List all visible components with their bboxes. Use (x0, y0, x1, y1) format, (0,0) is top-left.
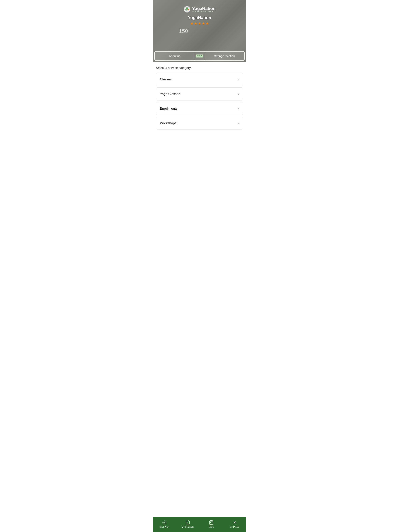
nav-item-my-profile[interactable]: My Profile (223, 519, 246, 529)
star-4: ★ (202, 21, 205, 26)
logo-globe-icon (184, 6, 191, 13)
bottom-nav: Book Now My Schedule Store (153, 517, 246, 532)
calendar-icon (185, 520, 190, 525)
chevron-right-icon-enrollments: › (238, 107, 239, 111)
svg-rect-9 (187, 523, 187, 523)
bottom-spacer (153, 133, 246, 148)
service-list: Classes › Yoga Classes › Enrollments › W… (156, 73, 243, 130)
nav-label-my-schedule: My Schedule (182, 526, 194, 528)
action-bar: About us OPEN Change location (154, 51, 245, 61)
chevron-right-icon-yoga-classes: › (238, 92, 239, 96)
service-label-enrollments: Enrollments (160, 107, 178, 111)
cart-icon (209, 520, 214, 525)
service-item-workshops[interactable]: Workshops › (156, 117, 243, 130)
change-location-button[interactable]: Change location (204, 52, 244, 60)
hero-section: 150 YogaNation J (153, 0, 246, 62)
logo-container: YogaNation JOIN THE REVOLUTION (184, 6, 216, 13)
open-badge: OPEN (196, 54, 203, 57)
star-5: ★ (206, 21, 209, 26)
open-badge-area: OPEN (195, 54, 204, 57)
chevron-right-icon-classes: › (238, 77, 239, 81)
nav-label-store: Store (209, 526, 214, 528)
nav-label-my-profile: My Profile (230, 526, 239, 528)
service-label-classes: Classes (160, 77, 172, 81)
svg-point-11 (234, 521, 235, 522)
building-number: 150 (179, 28, 188, 34)
service-item-yoga-classes[interactable]: Yoga Classes › (156, 88, 243, 101)
business-name: YogaNation (188, 15, 211, 20)
check-circle-icon (162, 520, 167, 525)
service-label-yoga-classes: Yoga Classes (160, 92, 180, 96)
section-title: Select a service category (156, 66, 243, 70)
person-icon (232, 520, 237, 525)
service-item-enrollments[interactable]: Enrollments › (156, 102, 243, 115)
rating-stars: ★ ★ ★ ★ ★ (190, 21, 209, 26)
nav-label-book-now: Book Now (160, 526, 169, 528)
logo-title: YogaNation (192, 6, 216, 11)
logo-text: YogaNation JOIN THE REVOLUTION (192, 6, 216, 13)
nav-item-store[interactable]: Store (200, 519, 223, 529)
logo-subtitle: JOIN THE REVOLUTION (192, 11, 216, 13)
service-label-workshops: Workshops (160, 121, 176, 125)
main-content: Select a service category Classes › Yoga… (153, 62, 246, 133)
nav-item-my-schedule[interactable]: My Schedule (176, 519, 200, 529)
star-2: ★ (194, 21, 197, 26)
svg-point-4 (163, 521, 166, 524)
nav-item-book-now[interactable]: Book Now (153, 519, 176, 529)
svg-rect-5 (186, 521, 190, 524)
service-item-classes[interactable]: Classes › (156, 73, 243, 86)
about-us-button[interactable]: About us (155, 52, 195, 60)
chevron-right-icon-workshops: › (238, 121, 239, 125)
hero-content: YogaNation JOIN THE REVOLUTION YogaNatio… (153, 0, 246, 26)
star-3: ★ (198, 21, 201, 26)
star-1: ★ (190, 21, 193, 26)
